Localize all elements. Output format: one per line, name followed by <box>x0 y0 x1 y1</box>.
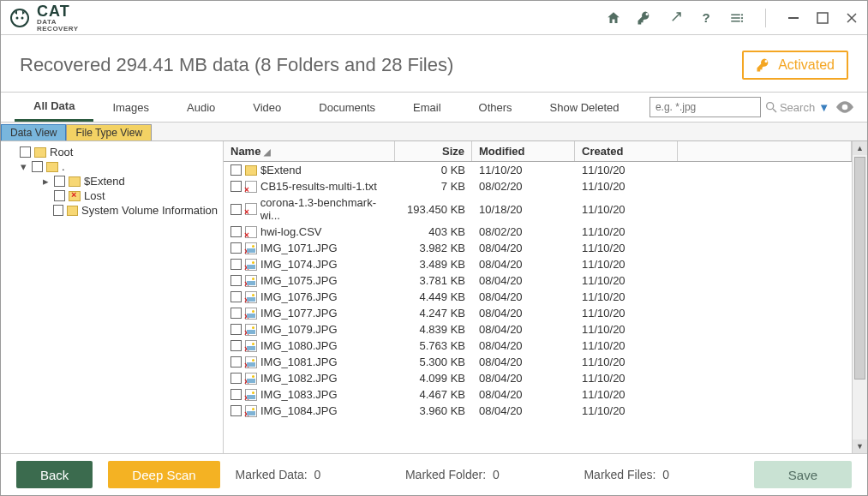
file-name-label: hwi-log.CSV <box>260 225 322 238</box>
file-name-label: IMG_1074.JPG <box>260 258 338 271</box>
file-name-label: IMG_1084.JPG <box>260 404 338 417</box>
checkbox[interactable] <box>32 161 43 172</box>
checkbox[interactable] <box>230 340 242 351</box>
tree-toggle-icon[interactable]: ▾ <box>18 160 28 173</box>
checkbox[interactable] <box>230 181 242 192</box>
filter-tab-show-deleted[interactable]: Show Deleted <box>531 93 638 122</box>
scroll-up-icon[interactable]: ▲ <box>853 141 867 155</box>
deleted-mark-icon: × <box>244 296 249 305</box>
tree-item[interactable]: System Volume Information <box>6 203 218 218</box>
file-modified: 08/04/20 <box>472 404 575 417</box>
header-area: Recovered 294.41 MB data (8 Folders and … <box>1 35 867 92</box>
table-row[interactable]: ×CB15-results-multi-1.txt7 KB08/02/2011/… <box>224 178 852 194</box>
table-row[interactable]: ×IMG_1075.JPG3.781 KB08/04/2011/10/20 <box>224 272 852 289</box>
file-created: 11/10/20 <box>575 290 678 303</box>
filter-tab-all-data[interactable]: All Data <box>15 93 93 122</box>
tree-item[interactable]: Lost <box>6 188 218 203</box>
marked-data-stat: Marked Data: 0 <box>236 468 321 481</box>
cat-logo-icon <box>9 8 33 28</box>
back-button[interactable]: Back <box>16 461 93 488</box>
tree-item[interactable]: ▾. <box>6 159 218 174</box>
checkbox[interactable] <box>20 146 31 158</box>
key-icon[interactable] <box>637 10 652 26</box>
filter-tab-audio[interactable]: Audio <box>168 93 234 122</box>
maximize-button[interactable] <box>816 11 829 25</box>
deleted-mark-icon: × <box>244 377 249 386</box>
table-row[interactable]: ×IMG_1071.JPG3.982 KB08/04/2011/10/20 <box>224 240 852 256</box>
search-input[interactable] <box>650 97 761 117</box>
scrollbar-thumb[interactable] <box>854 157 865 379</box>
file-created: 11/10/20 <box>575 225 678 238</box>
table-row[interactable]: ×IMG_1074.JPG3.489 KB08/04/2011/10/20 <box>224 256 852 272</box>
table-row[interactable]: ×hwi-log.CSV403 KB08/02/2011/10/20 <box>224 224 852 240</box>
view-tab-data-view[interactable]: Data View <box>1 124 66 140</box>
tree-toggle-icon[interactable]: ▸ <box>40 175 51 188</box>
file-grid-wrapper: Name ◢ Size Modified Created $Extend0 KB… <box>224 141 867 453</box>
checkbox[interactable] <box>230 324 242 335</box>
checkbox[interactable] <box>230 226 242 237</box>
scroll-down-icon[interactable]: ▼ <box>853 439 867 453</box>
table-row[interactable]: ×corona-1.3-benchmark-wi...193.450 KB10/… <box>224 194 852 224</box>
minimize-button[interactable] <box>787 11 800 25</box>
checkbox[interactable] <box>230 164 242 176</box>
table-row[interactable]: ×IMG_1080.JPG5.763 KB08/04/2011/10/20 <box>224 338 852 354</box>
table-row[interactable]: ×IMG_1082.JPG4.099 KB08/04/2011/10/20 <box>224 370 852 386</box>
table-row[interactable]: ×IMG_1079.JPG4.839 KB08/04/2011/10/20 <box>224 321 852 338</box>
checkbox[interactable] <box>53 205 63 216</box>
col-header-name[interactable]: Name ◢ <box>224 141 395 161</box>
checkbox[interactable] <box>230 259 242 270</box>
view-tab-file-type-view[interactable]: File Type View <box>66 124 152 140</box>
activated-badge[interactable]: Activated <box>742 51 848 80</box>
filter-tab-documents[interactable]: Documents <box>300 93 394 122</box>
checkbox[interactable] <box>54 190 65 201</box>
table-row[interactable]: $Extend0 KB11/10/2011/10/20 <box>224 162 852 178</box>
file-created: 11/10/20 <box>575 203 678 216</box>
preview-eye-icon[interactable] <box>836 101 853 113</box>
search-dropdown-icon[interactable]: ▼ <box>818 101 829 114</box>
svg-point-6 <box>741 20 743 21</box>
tree-item[interactable]: Root <box>6 145 218 159</box>
close-button[interactable] <box>845 11 859 25</box>
checkbox[interactable] <box>54 176 65 187</box>
checkbox[interactable] <box>230 291 242 302</box>
filter-tab-video[interactable]: Video <box>234 93 300 122</box>
checkbox[interactable] <box>230 242 242 254</box>
home-icon[interactable] <box>606 10 621 26</box>
tree-panel: Root▾.▸$ExtendLostSystem Volume Informat… <box>1 141 224 453</box>
table-row[interactable]: ×IMG_1076.JPG4.449 KB08/04/2011/10/20 <box>224 289 852 305</box>
menu-icon[interactable] <box>729 10 745 26</box>
tree-item-label: Lost <box>84 189 105 202</box>
table-row[interactable]: ×IMG_1081.JPG5.300 KB08/04/2011/10/20 <box>224 354 852 370</box>
share-icon[interactable] <box>667 10 683 26</box>
help-icon[interactable]: ? <box>698 10 714 26</box>
col-header-modified[interactable]: Modified <box>472 141 575 161</box>
file-size: 3.982 KB <box>395 242 472 254</box>
table-row[interactable]: ×IMG_1084.JPG3.960 KB08/04/2011/10/20 <box>224 403 852 419</box>
save-button[interactable]: Save <box>754 461 852 488</box>
file-created: 11/10/20 <box>575 258 678 271</box>
vertical-scrollbar[interactable]: ▲ ▼ <box>852 141 867 453</box>
file-created: 11/10/20 <box>575 323 678 336</box>
col-header-created[interactable]: Created <box>575 141 678 161</box>
checkbox[interactable] <box>230 373 242 384</box>
search-button[interactable]: Search <box>764 100 815 114</box>
filter-tab-images[interactable]: Images <box>93 93 168 122</box>
filter-tab-others[interactable]: Others <box>460 93 531 122</box>
checkbox[interactable] <box>230 356 242 368</box>
checkbox[interactable] <box>230 204 242 215</box>
table-row[interactable]: ×IMG_1077.JPG4.247 KB08/04/2011/10/20 <box>224 305 852 321</box>
file-size: 4.839 KB <box>395 323 472 336</box>
file-created: 11/10/20 <box>575 356 678 368</box>
checkbox[interactable] <box>230 389 242 400</box>
sort-asc-icon: ◢ <box>264 147 271 157</box>
deep-scan-button[interactable]: Deep Scan <box>108 461 219 488</box>
checkbox[interactable] <box>230 275 242 286</box>
col-header-size[interactable]: Size <box>395 141 472 161</box>
title-bar: CAT DATA RECOVERY ? <box>1 1 867 35</box>
filter-tab-email[interactable]: Email <box>394 93 460 122</box>
table-row[interactable]: ×IMG_1083.JPG4.467 KB08/04/2011/10/20 <box>224 386 852 403</box>
checkbox[interactable] <box>230 308 242 319</box>
tree-item[interactable]: ▸$Extend <box>6 174 218 188</box>
checkbox[interactable] <box>230 405 242 416</box>
page-title: Recovered 294.41 MB data (8 Folders and … <box>20 54 453 76</box>
